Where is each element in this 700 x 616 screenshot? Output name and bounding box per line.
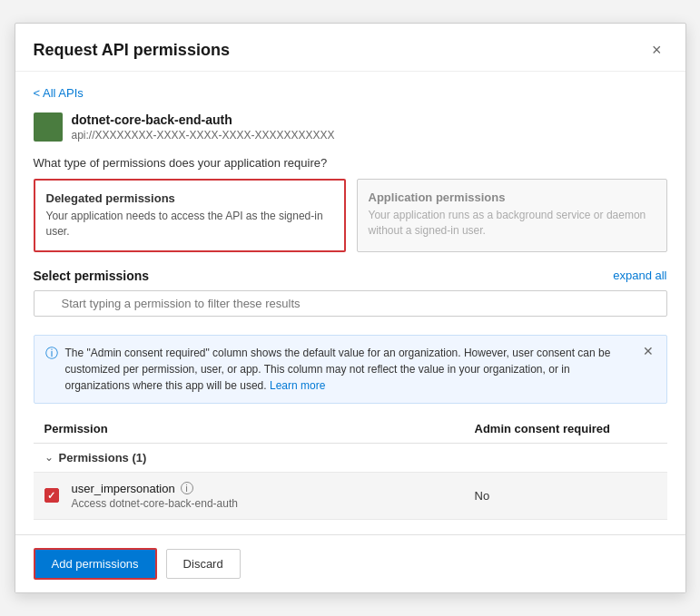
- api-name: dotnet-core-back-end-auth: [72, 112, 335, 127]
- dialog-title: Request API permissions: [34, 41, 230, 60]
- search-wrapper: 🔍: [34, 290, 667, 326]
- add-permissions-button[interactable]: Add permissions: [34, 548, 157, 580]
- table-header: Permission Admin consent required: [34, 415, 667, 444]
- info-text: The "Admin consent required" column show…: [65, 345, 634, 394]
- api-info: dotnet-core-back-end-auth api://XXXXXXXX…: [34, 112, 667, 142]
- learn-more-link[interactable]: Learn more: [270, 379, 325, 392]
- info-icon: ⓘ: [45, 346, 58, 362]
- dialog-body: < All APIs dotnet-core-back-end-auth api…: [15, 72, 685, 534]
- admin-consent-value: No: [475, 489, 656, 503]
- permission-type-question: What type of permissions does your appli…: [34, 156, 667, 170]
- chevron-down-icon: ⌄: [44, 451, 54, 464]
- application-desc: Your application runs as a background se…: [369, 208, 656, 239]
- api-uri: api://XXXXXXXX-XXXX-XXXX-XXXX-XXXXXXXXXX…: [72, 129, 335, 142]
- request-api-permissions-dialog: Request API permissions × < All APIs dot…: [15, 23, 686, 593]
- permission-name: user_impersonation: [72, 482, 175, 495]
- permission-name-row: user_impersonation i: [72, 482, 475, 495]
- permission-type-row: Delegated permissions Your application n…: [34, 179, 667, 252]
- checkmark-icon: ✓: [47, 491, 55, 501]
- application-title: Application permissions: [369, 191, 656, 204]
- api-icon: [34, 112, 63, 142]
- discard-button[interactable]: Discard: [166, 549, 241, 579]
- api-details: dotnet-core-back-end-auth api://XXXXXXXX…: [72, 112, 335, 142]
- permission-check-col: ✓: [44, 488, 72, 503]
- table-row: ✓ user_impersonation i Access dotnet-cor…: [34, 473, 667, 520]
- expand-all-link[interactable]: expand all: [613, 269, 666, 282]
- col-permission-header: Permission: [44, 422, 475, 435]
- user-impersonation-checkbox[interactable]: ✓: [44, 488, 59, 503]
- select-permissions-label: Select permissions: [34, 269, 150, 283]
- permission-info-col: user_impersonation i Access dotnet-core-…: [72, 482, 475, 510]
- col-consent-header: Admin consent required: [475, 422, 656, 435]
- group-label: Permissions (1): [59, 451, 147, 464]
- application-permissions-card[interactable]: Application permissions Your application…: [357, 179, 667, 252]
- delegated-permissions-card[interactable]: Delegated permissions Your application n…: [34, 179, 346, 252]
- permission-info-circle[interactable]: i: [181, 482, 193, 494]
- dialog-header: Request API permissions ×: [15, 24, 685, 72]
- dialog-footer: Add permissions Discard: [15, 534, 685, 592]
- delegated-desc: Your application needs to access the API…: [46, 209, 333, 240]
- info-banner: ⓘ The "Admin consent required" column sh…: [34, 335, 667, 404]
- close-button[interactable]: ×: [646, 40, 667, 60]
- info-banner-close-button[interactable]: ✕: [641, 345, 656, 357]
- search-input[interactable]: [34, 290, 667, 317]
- select-permissions-header: Select permissions expand all: [34, 269, 667, 283]
- permissions-table: Permission Admin consent required ⌄ Perm…: [34, 415, 667, 520]
- back-link[interactable]: < All APIs: [34, 86, 84, 100]
- permission-description: Access dotnet-core-back-end-auth: [72, 497, 475, 510]
- permissions-group-header[interactable]: ⌄ Permissions (1): [34, 444, 667, 473]
- delegated-title: Delegated permissions: [46, 191, 333, 205]
